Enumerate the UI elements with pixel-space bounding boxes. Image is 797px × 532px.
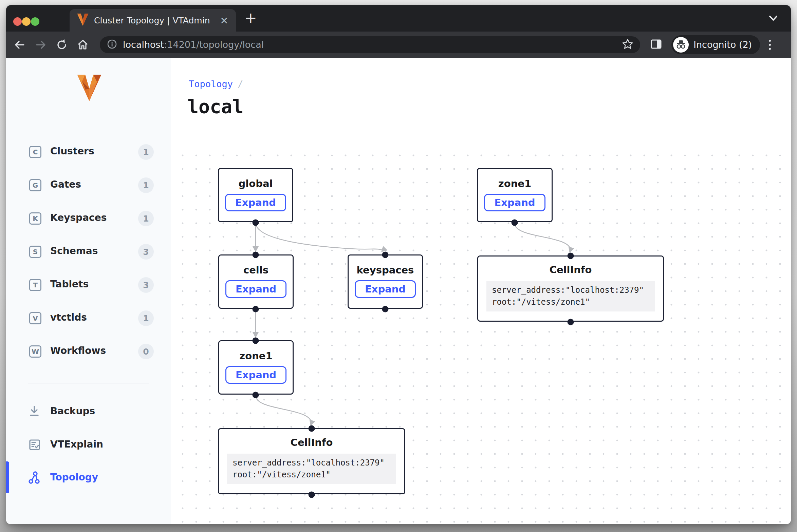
tab-search-chevron-icon[interactable] [767, 14, 779, 24]
expand-button-cells[interactable]: Expand [225, 280, 286, 298]
tab-close-icon[interactable]: × [220, 15, 228, 25]
bookmark-star-icon[interactable] [622, 38, 633, 51]
browser-window: Cluster Topology | VTAdmin × + localhost… [6, 5, 791, 524]
edge-zone1top-cellinfo [515, 223, 571, 250]
node-zone1-lower: zone1 Expand [218, 340, 294, 395]
sidebar-divider [28, 383, 149, 383]
count-badge: 1 [138, 144, 154, 160]
site-info-icon[interactable] [107, 39, 117, 51]
arrowhead [253, 246, 259, 252]
main-content: Topology/ local global Expand zone1 Expa… [171, 58, 791, 524]
window-minimize-button[interactable] [22, 17, 31, 26]
arrowhead [379, 246, 388, 254]
page-title: local [187, 96, 244, 117]
browser-tab[interactable]: Cluster Topology | VTAdmin × [70, 9, 236, 32]
address-bar[interactable]: localhost:14201/topology/local [100, 36, 640, 53]
sidebar-item-keyspaces[interactable]: K Keyspaces 1 [6, 207, 171, 230]
side-panel-icon[interactable] [650, 38, 662, 51]
gates-letter-icon: G [29, 179, 41, 191]
incognito-label: Incognito (2) [693, 39, 752, 50]
download-icon [28, 405, 41, 420]
node-cellinfo-right: CellInfo server_address:"localhost:2379"… [477, 255, 664, 322]
arrowhead [567, 247, 574, 254]
back-icon[interactable] [14, 39, 26, 51]
count-badge: 1 [138, 211, 154, 226]
arrowhead [308, 420, 315, 427]
workflows-letter-icon: W [29, 345, 41, 358]
home-icon[interactable] [77, 39, 89, 51]
count-badge: 1 [138, 177, 154, 193]
expand-button-zone1-top[interactable]: Expand [484, 194, 545, 211]
sidebar-item-topology[interactable]: Topology [6, 466, 171, 490]
node-keyspaces: keyspaces Expand [348, 254, 423, 309]
cellinfo-code: server_address:"localhost:2379" root:"/v… [486, 281, 655, 311]
url-text: localhost:14201/topology/local [123, 39, 264, 50]
tab-title: Cluster Topology | VTAdmin [94, 16, 217, 25]
sidebar-item-vtexplain[interactable]: VTExplain [6, 433, 171, 457]
sidebar-item-schemas[interactable]: S Schemas 3 [6, 240, 171, 264]
breadcrumb-topology-link[interactable]: Topology [189, 79, 233, 89]
window-close-button[interactable] [13, 17, 22, 26]
vitess-favicon-icon [77, 14, 89, 27]
active-nav-indicator [6, 461, 9, 493]
incognito-badge[interactable]: Incognito (2) [671, 35, 760, 54]
sidebar-item-clusters[interactable]: C Clusters 1 [6, 140, 171, 164]
breadcrumb: Topology/ [189, 79, 243, 89]
count-badge: 1 [138, 310, 154, 326]
sidebar-item-workflows[interactable]: W Workflows 0 [6, 340, 171, 363]
clusters-letter-icon: C [29, 146, 41, 158]
count-badge: 3 [138, 277, 154, 293]
edge-global-keyspaces [256, 223, 384, 251]
document-check-icon [28, 438, 41, 453]
topology-canvas[interactable]: global Expand zone1 Expand cells Expand … [171, 146, 791, 524]
count-badge: 3 [138, 244, 154, 260]
sidebar-item-backups[interactable]: Backups [6, 400, 171, 424]
cellinfo-code: server_address:"localhost:2379" root:"/v… [227, 454, 396, 484]
new-tab-button[interactable]: + [244, 10, 257, 26]
expand-button-keyspaces[interactable]: Expand [355, 280, 416, 298]
sidebar-item-vtctlds[interactable]: V vtctlds 1 [6, 306, 171, 330]
edge-zone1lower-cellinfo [256, 396, 312, 423]
sidebar: C Clusters 1 G Gates 1 K Keyspaces 1 S S… [6, 58, 171, 524]
arrowhead [253, 332, 259, 338]
forward-icon[interactable] [35, 39, 47, 51]
node-zone1-top: zone1 Expand [477, 168, 553, 222]
vitess-logo [75, 75, 104, 102]
reload-icon[interactable] [56, 39, 68, 51]
node-global: global Expand [218, 168, 293, 222]
browser-menu-icon[interactable] [769, 40, 771, 50]
node-cells: cells Expand [218, 254, 294, 309]
expand-button-global[interactable]: Expand [225, 194, 286, 211]
window-zoom-button[interactable] [31, 17, 39, 26]
tab-strip: Cluster Topology | VTAdmin × + [6, 5, 791, 32]
expand-button-zone1-lower[interactable]: Expand [225, 366, 286, 384]
sidebar-item-tablets[interactable]: T Tablets 3 [6, 273, 171, 297]
keyspaces-letter-icon: K [29, 212, 41, 225]
breadcrumb-separator: / [238, 79, 243, 89]
node-cellinfo-bottom: CellInfo server_address:"localhost:2379"… [218, 428, 405, 494]
incognito-avatar-icon [673, 37, 689, 53]
vtctlds-letter-icon: V [29, 312, 41, 324]
sidebar-item-gates[interactable]: G Gates 1 [6, 173, 171, 197]
count-badge: 0 [138, 344, 154, 359]
browser-toolbar: localhost:14201/topology/local Incognito… [6, 32, 791, 58]
tablets-letter-icon: T [29, 279, 41, 291]
schemas-letter-icon: S [29, 246, 41, 258]
graph-icon [28, 471, 41, 486]
